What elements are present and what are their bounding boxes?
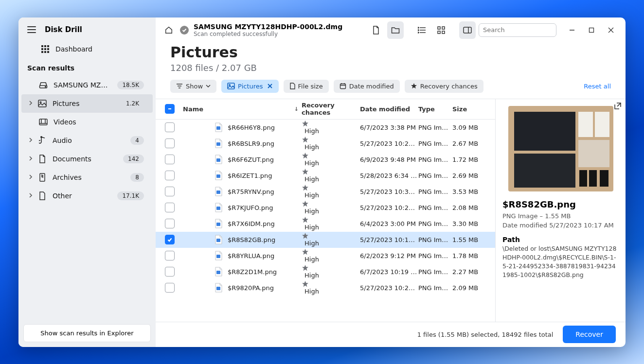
file-icon [214,219,223,228]
close-button[interactable] [601,21,621,39]
reset-all-link[interactable]: Reset all [584,83,611,90]
recover-button[interactable]: Recover [563,326,616,343]
svg-rect-29 [438,31,440,34]
home-button[interactable] [161,21,177,39]
page-subtitle: 1208 files / 2.07 GB [170,63,611,73]
column-header-type[interactable]: Type [418,105,452,113]
file-icon [289,83,295,89]
page-title: Pictures [170,44,611,61]
table-row[interactable]: $R66H6Y8.pngHigh6/7/2023 3:38 PMPNG Im…3… [156,120,495,136]
sidebar-item-dashboard[interactable]: Dashboard [21,40,153,58]
file-type: PNG Im… [418,140,452,147]
row-checkbox[interactable] [165,219,175,228]
category-icon [38,173,47,182]
svg-point-43 [229,85,231,86]
menu-icon[interactable] [27,26,36,33]
chevron-right-icon [28,174,34,180]
row-checkbox[interactable] [165,203,175,212]
table-row[interactable]: $R8Z2D1M.pngHigh6/7/2023 10:19 PMPNG Im…… [156,264,495,280]
grid-view-button[interactable] [433,21,449,39]
svg-rect-1 [44,45,46,47]
sidebar-item-documents[interactable]: Documents142 [21,150,153,168]
show-dropdown[interactable]: Show [170,80,216,93]
svg-rect-4 [44,48,46,50]
svg-point-24 [418,27,419,28]
table-row[interactable]: $R7KJUFO.pngHigh5/27/2023 10:29…PNG Im…2… [156,200,495,216]
toolbar: SAMSUNG MZYTY128HDHP-000L2.dmg Scan comp… [156,17,626,41]
filter-chip-filesize[interactable]: File size [284,80,329,93]
table-row[interactable]: $R6F6ZUT.pngHigh6/9/2023 9:48 PMPNG Im…1… [156,152,495,168]
table-row[interactable]: $R9820PA.pngHigh5/27/2023 10:27…PNG Im…2… [156,280,495,296]
minimize-button[interactable] [562,21,582,39]
sidebar-item-pictures[interactable]: Pictures1.2K [21,94,153,113]
svg-point-26 [418,32,419,33]
table-row[interactable]: $R75RYNV.pngHigh5/27/2023 10:38…PNG Im…3… [156,184,495,200]
sidebar-item-archives[interactable]: Archives8 [21,168,153,187]
file-size: 1.55 MB [452,236,490,243]
preview-panel-button[interactable] [459,21,476,39]
file-icon [214,267,223,277]
app-window: Disk Drill Dashboard Scan results SAMSUN… [18,17,626,347]
star-icon [302,216,360,224]
file-name: $R7KJUFO.png [228,204,273,211]
file-name: $R7X6IDM.png [228,220,275,227]
date-modified: 5/27/2023 10:17… [360,236,418,243]
row-checkbox[interactable] [165,187,175,196]
column-header-date[interactable]: Date modified [360,105,418,113]
filter-chip-datemodified[interactable]: Date modified [334,80,400,93]
row-checkbox[interactable] [165,235,175,244]
breadcrumb-title: SAMSUNG MZYTY128HDHP-000L2.dmg [194,23,342,31]
file-type: PNG Im… [418,172,452,179]
sort-indicator-icon: ↓ [294,106,299,112]
sidebar-section-scan-results: Scan results [18,58,156,76]
svg-rect-54 [216,174,220,178]
row-checkbox[interactable] [165,267,175,277]
table-row[interactable]: $R6IZET1.pngHigh5/28/2023 6:34 A…PNG Im…… [156,168,495,184]
table-row[interactable]: $R6BSLR9.pngHigh5/27/2023 10:24…PNG Im…2… [156,136,495,152]
close-icon[interactable] [267,83,273,89]
row-checkbox[interactable] [165,283,175,293]
popout-button[interactable] [614,102,622,110]
maximize-button[interactable] [582,21,601,39]
svg-rect-27 [438,27,440,29]
sidebar-item-audio[interactable]: Audio4 [21,131,153,150]
column-header-size[interactable]: Size [452,105,490,113]
column-header-recovery[interactable]: Recovery chances [302,102,360,116]
breadcrumb: SAMSUNG MZYTY128HDHP-000L2.dmg Scan comp… [194,23,342,37]
table-row[interactable]: $R7X6IDM.pngHigh6/4/2023 3:00 PMPNG Im…3… [156,216,495,232]
row-checkbox[interactable] [165,251,175,260]
select-all-checkbox[interactable] [165,104,175,114]
svg-rect-36 [590,28,594,32]
column-header-name[interactable]: Name ↓ [179,105,302,113]
show-in-explorer-button[interactable]: Show scan results in Explorer [23,324,151,342]
search-field[interactable] [483,26,566,34]
row-checkbox[interactable] [165,139,175,148]
file-icon [214,187,223,196]
search-input[interactable] [479,23,556,37]
folder-view-button[interactable] [387,21,404,39]
sidebar-item-other[interactable]: Other17.1K [21,187,153,205]
filter-chip-pictures[interactable]: Pictures [221,80,278,93]
recovery-chance: High [304,208,319,215]
table-row[interactable]: $R8S82GB.pngHigh5/27/2023 10:17…PNG Im…1… [156,232,495,248]
table-header: Name ↓ Recovery chances Date modified Ty… [156,99,495,120]
table-row[interactable]: $R8YRLUA.pngHigh6/2/2023 9:12 PMPNG Im…1… [156,248,495,264]
sidebar-item-drive[interactable]: SAMSUNG MZYTY128… 18.5K [21,76,153,94]
filter-chip-recoverychances[interactable]: Recovery chances [405,80,483,93]
row-checkbox[interactable] [165,122,175,132]
file-name: $R75RYNV.png [228,188,274,195]
file-name: $R8YRLUA.png [228,252,274,260]
star-icon [302,232,360,240]
svg-point-25 [418,30,419,31]
sidebar-item-label: Videos [54,118,76,126]
row-checkbox[interactable] [165,155,175,164]
list-view-button[interactable] [413,21,430,39]
file-icon [214,251,223,260]
date-modified: 6/9/2023 9:48 PM [360,156,418,163]
sidebar-item-label: Audio [53,137,72,144]
file-type: PNG Im… [418,236,452,243]
sidebar-item-videos[interactable]: Videos [21,113,153,131]
row-checkbox[interactable] [165,171,175,180]
footer: 1 files (1.55 MB) selected, 18492 files … [156,322,626,347]
file-view-button[interactable] [368,21,384,39]
